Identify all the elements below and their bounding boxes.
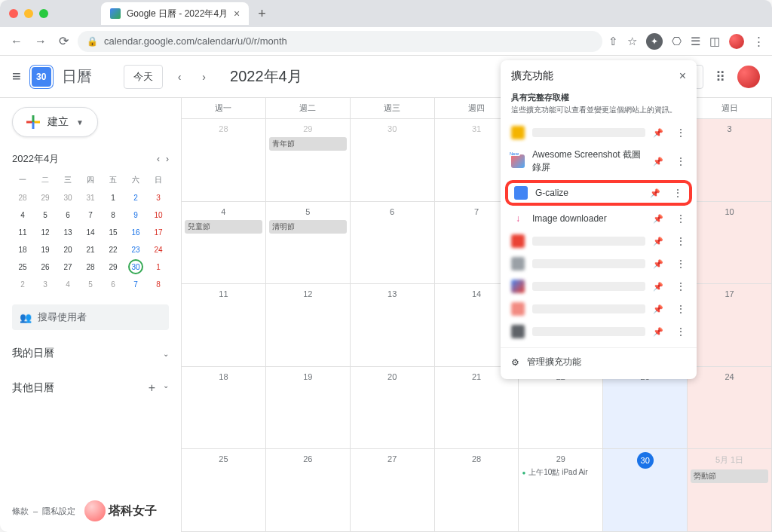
event-chip[interactable]: 兒童節 <box>185 220 262 234</box>
day-cell[interactable]: 29上午10點 iPad Air <box>519 449 603 531</box>
create-button[interactable]: 建立 ▼ <box>12 107 98 137</box>
pin-icon[interactable]: 📌 <box>650 188 660 198</box>
prev-month-button[interactable]: ‹ <box>172 68 188 86</box>
mini-day-cell[interactable]: 6 <box>103 277 124 292</box>
day-cell[interactable]: 28 <box>435 449 519 531</box>
mini-day-cell[interactable]: 5 <box>35 207 56 223</box>
other-calendars-section[interactable]: 其他日曆 + ⌄ <box>12 377 169 399</box>
pin-icon[interactable]: 📌 <box>653 282 663 292</box>
mini-day-cell[interactable]: 10 <box>148 207 169 223</box>
mini-day-cell[interactable]: 3 <box>35 277 56 292</box>
extension-item[interactable]: 📌⋮ <box>501 230 697 252</box>
mini-day-cell[interactable]: 21 <box>80 242 101 258</box>
day-cell[interactable]: 23 <box>603 367 688 449</box>
day-cell[interactable]: 3 <box>688 119 772 201</box>
more-icon[interactable]: ⋮ <box>676 155 686 167</box>
mini-day-cell[interactable]: 15 <box>103 225 124 240</box>
mini-day-cell[interactable]: 30 <box>128 259 143 274</box>
mini-day-cell[interactable]: 4 <box>12 207 33 223</box>
day-cell[interactable]: 17 <box>688 284 772 366</box>
privacy-link[interactable]: 隱私設定 <box>42 506 75 517</box>
more-icon[interactable]: ⋮ <box>676 280 686 292</box>
mini-day-cell[interactable]: 2 <box>12 277 33 292</box>
mini-day-cell[interactable]: 26 <box>35 259 56 275</box>
mini-day-cell[interactable]: 7 <box>125 277 146 292</box>
mini-day-cell[interactable]: 11 <box>12 225 33 240</box>
day-cell[interactable]: 26 <box>266 449 351 531</box>
pin-icon[interactable]: 📌 <box>653 327 663 337</box>
mini-day-cell[interactable]: 2 <box>125 190 146 206</box>
day-cell[interactable]: 18 <box>182 367 266 449</box>
event-item[interactable]: 上午10點 iPad Air <box>522 467 599 478</box>
pin-icon[interactable]: 📌 <box>653 128 663 138</box>
mini-day-cell[interactable]: 7 <box>80 207 101 223</box>
pin-icon[interactable]: 📌 <box>653 259 663 269</box>
mini-day-cell[interactable]: 29 <box>103 259 124 275</box>
browser-menu-icon[interactable]: ⋮ <box>753 35 764 48</box>
mini-next-button[interactable]: › <box>166 154 169 164</box>
add-calendar-button[interactable]: + <box>149 381 155 395</box>
pin-icon[interactable]: 📌 <box>653 304 663 314</box>
more-icon[interactable]: ⋮ <box>676 258 686 270</box>
mini-day-cell[interactable]: 14 <box>80 225 101 240</box>
panel-icon[interactable]: ◫ <box>709 35 720 48</box>
mini-day-cell[interactable]: 8 <box>103 207 124 223</box>
event-chip[interactable]: 勞動節 <box>691 469 768 483</box>
window-minimize-button[interactable] <box>24 9 33 18</box>
event-chip[interactable]: 清明節 <box>269 220 347 234</box>
mini-day-cell[interactable]: 27 <box>57 259 78 275</box>
mini-day-cell[interactable]: 31 <box>80 190 101 206</box>
mini-day-cell[interactable]: 3 <box>148 190 169 206</box>
mini-day-cell[interactable]: 1 <box>148 259 169 275</box>
profile-avatar[interactable] <box>729 34 744 49</box>
mini-day-cell[interactable]: 18 <box>12 242 33 258</box>
day-cell[interactable]: 4兒童節 <box>182 202 266 284</box>
day-cell[interactable]: 30 <box>351 119 435 201</box>
cast-icon[interactable]: ⎔ <box>672 35 682 48</box>
new-tab-button[interactable]: + <box>258 6 266 22</box>
extensions-button[interactable]: ✦ <box>646 33 663 50</box>
back-button[interactable]: ← <box>8 32 26 51</box>
day-cell[interactable]: 5月 1日勞動節 <box>688 449 772 531</box>
day-cell[interactable]: 28 <box>182 119 266 201</box>
mini-day-cell[interactable]: 24 <box>148 242 169 258</box>
day-cell[interactable]: 30 <box>603 449 688 531</box>
mini-day-cell[interactable]: 6 <box>57 207 78 223</box>
tab-close-button[interactable]: × <box>234 8 240 20</box>
forward-button[interactable]: → <box>32 32 50 51</box>
extension-item[interactable]: 📌⋮ <box>501 320 697 343</box>
day-cell[interactable]: 10 <box>688 202 772 284</box>
search-users-input[interactable]: 👥 搜尋使用者 <box>12 304 169 330</box>
event-chip[interactable]: 青年節 <box>269 137 347 151</box>
mini-prev-button[interactable]: ‹ <box>157 154 160 164</box>
mini-day-cell[interactable]: 9 <box>125 207 146 223</box>
reading-list-icon[interactable]: ☰ <box>691 35 700 48</box>
day-cell[interactable]: 22 <box>519 367 603 449</box>
day-cell[interactable]: 6 <box>351 202 435 284</box>
extension-item[interactable]: Awesome Screenshot 截圖錄屏📌⋮ <box>501 144 697 179</box>
extension-item[interactable]: Image downloader📌⋮ <box>501 207 697 230</box>
manage-extensions-link[interactable]: ⚙ 管理擴充功能 <box>501 347 697 370</box>
extension-item[interactable]: 📌⋮ <box>501 121 697 144</box>
more-icon[interactable]: ⋮ <box>676 303 686 315</box>
mini-day-cell[interactable]: 28 <box>12 190 33 206</box>
pin-icon[interactable]: 📌 <box>653 237 663 246</box>
mini-day-cell[interactable]: 19 <box>35 242 56 258</box>
mini-day-cell[interactable]: 16 <box>125 225 146 240</box>
pin-icon[interactable]: 📌 <box>653 157 663 167</box>
extension-item[interactable]: 📌⋮ <box>501 252 697 275</box>
user-avatar[interactable] <box>737 66 760 88</box>
pin-icon[interactable]: 📌 <box>653 214 663 224</box>
apps-grid-icon[interactable]: ⠿ <box>715 69 725 85</box>
address-bar[interactable]: 🔒 calendar.google.com/calendar/u/0/r/mon… <box>78 31 602 52</box>
mini-day-cell[interactable]: 28 <box>80 259 101 275</box>
extension-item[interactable]: 📌⋮ <box>501 298 697 320</box>
more-icon[interactable]: ⋮ <box>676 212 686 225</box>
extension-item[interactable]: 📌⋮ <box>501 275 697 298</box>
window-zoom-button[interactable] <box>39 9 48 18</box>
mini-day-cell[interactable]: 25 <box>12 259 33 275</box>
day-cell[interactable]: 27 <box>351 449 435 531</box>
mini-day-cell[interactable]: 13 <box>57 225 78 240</box>
day-cell[interactable]: 5清明節 <box>266 202 351 284</box>
day-cell[interactable]: 19 <box>266 367 351 449</box>
